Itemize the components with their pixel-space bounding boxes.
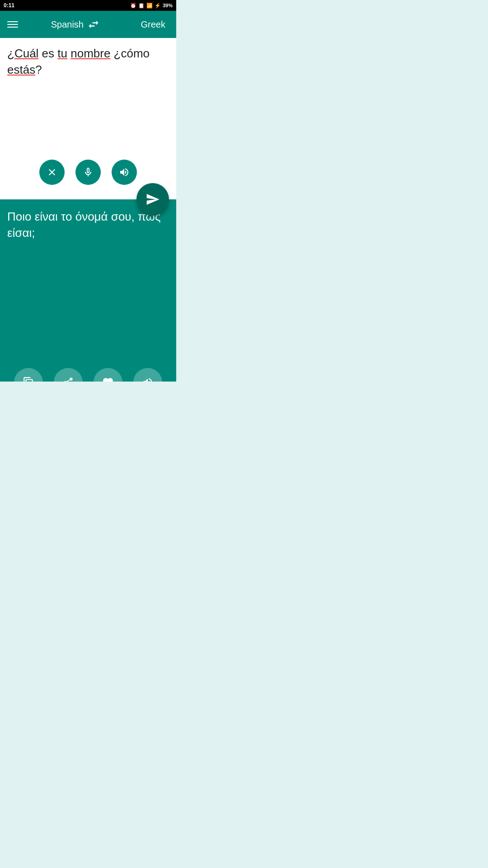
word-tu[interactable]: tu (57, 47, 67, 60)
top-bar: Spanish Greek (0, 11, 176, 38)
microphone-button[interactable] (75, 160, 101, 185)
signal-icon: 📶 (146, 3, 153, 9)
status-icons: ⏰ 📋 📶 ⚡ 39% (130, 3, 173, 9)
status-bar: 0:11 ⏰ 📋 📶 ⚡ 39% (0, 0, 176, 11)
target-speak-button[interactable] (133, 368, 162, 382)
menu-button[interactable] (7, 21, 18, 28)
target-panel: Ποιο είναι το όνομά σου, πώς είσαι; (0, 199, 176, 382)
source-panel[interactable]: ¿Cuál es tu nombre ¿cómo estás? (0, 38, 176, 199)
source-text[interactable]: ¿Cuál es tu nombre ¿cómo estás? (7, 45, 169, 78)
word-estas[interactable]: estás (7, 63, 35, 76)
word-cual[interactable]: Cuál (14, 47, 38, 60)
target-language-label[interactable]: Greek (100, 19, 169, 30)
word-nombre[interactable]: nombre (70, 47, 110, 60)
charging-icon: ⚡ (155, 3, 161, 9)
share-button[interactable] (54, 368, 83, 382)
source-lang-selector[interactable]: Spanish (18, 19, 87, 30)
source-panel-wrapper: ¿Cuál es tu nombre ¿cómo estás? (0, 38, 176, 199)
status-time: 0:11 (4, 2, 14, 9)
target-actions (7, 368, 169, 382)
translate-button[interactable] (136, 183, 169, 216)
clear-button[interactable] (39, 160, 65, 185)
swap-languages-button[interactable] (87, 18, 100, 31)
source-speak-button[interactable] (112, 160, 137, 185)
source-language-label[interactable]: Spanish (18, 19, 87, 30)
target-lang-selector[interactable]: Greek (100, 19, 169, 30)
copy-button[interactable] (14, 368, 43, 382)
alarm-icon: ⏰ (130, 3, 136, 9)
battery-level: 39% (163, 3, 173, 8)
sim-icon: 📋 (138, 3, 145, 9)
favorite-button[interactable] (94, 368, 122, 382)
